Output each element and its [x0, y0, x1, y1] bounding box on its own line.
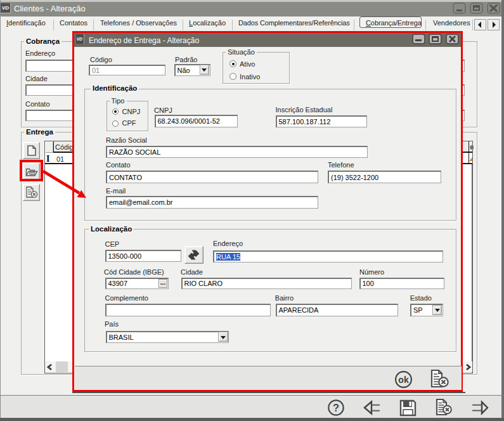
svg-text:ok: ok — [398, 375, 409, 385]
svg-text:?: ? — [333, 402, 339, 413]
